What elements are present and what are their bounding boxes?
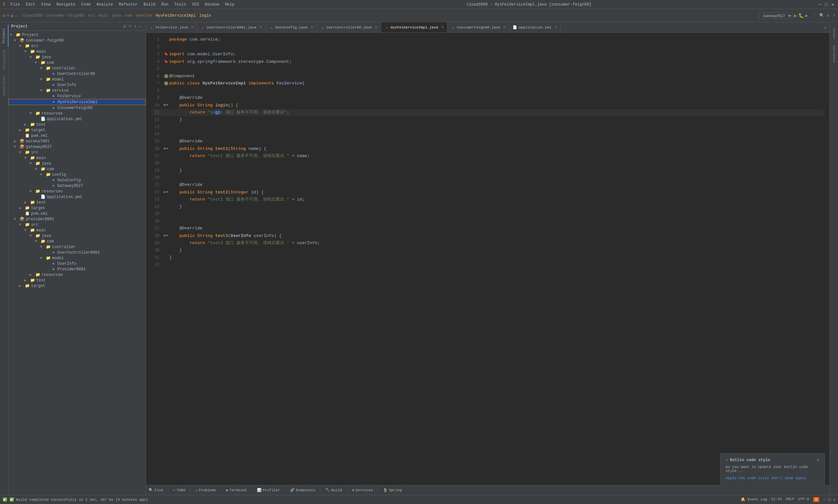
- build-tool[interactable]: 🔨 Build: [325, 488, 342, 492]
- tab-usercontroller8001[interactable]: ☕ UserController8001.java ×: [197, 22, 266, 32]
- maximize-button[interactable]: □: [824, 2, 829, 7]
- tree-item-consumer-feign80[interactable]: ▼ 📦 consumer-feign80: [8, 38, 146, 43]
- minimize-button[interactable]: ─: [817, 2, 822, 7]
- tree-item-userinfo1[interactable]: ▶ ● UserInfo: [8, 82, 146, 88]
- tree-item-usercontroller80[interactable]: ▶ ● UserController80: [8, 71, 146, 76]
- breadcrumb-com[interactable]: com: [125, 14, 132, 18]
- database-tab[interactable]: Database: [830, 42, 838, 66]
- encoding-indicator[interactable]: UTF-8: [798, 497, 809, 502]
- tab-feiservice[interactable]: ☕ FeiService.java ×: [146, 22, 197, 32]
- tab-close-uc8001[interactable]: ×: [259, 25, 262, 30]
- tab-hysfeiserviceimpl[interactable]: ☕ HysFeiServiceImpl.java ×: [381, 22, 447, 32]
- tree-item-test1[interactable]: ▶ 📁 test: [8, 122, 146, 127]
- toolbar-btn-collapse[interactable]: ▲: [11, 13, 14, 18]
- run-button[interactable]: ▶: [794, 13, 797, 19]
- tree-item-main-gw[interactable]: ▼ 📁 main: [8, 155, 146, 161]
- project-tab[interactable]: Project: [0, 25, 8, 47]
- menu-window[interactable]: Window: [202, 2, 221, 7]
- menu-vcs[interactable]: VCS: [189, 2, 202, 7]
- tree-item-gateway9527-cls[interactable]: ▶ ● Gateway9527: [8, 183, 146, 188]
- tree-item-application-gw[interactable]: ▶ 📄 application.yml: [8, 194, 146, 200]
- tree-item-main-prov[interactable]: ▼ 📁 main: [8, 228, 146, 233]
- panel-collapse-btn[interactable]: ≡: [128, 23, 132, 29]
- tree-item-project[interactable]: ▼ 📁 Project: [8, 32, 146, 38]
- tab-gateconfig[interactable]: ☕ GateConfig.java ×: [266, 22, 317, 32]
- tab-applicationyml[interactable]: 📄 application.yml ×: [509, 22, 560, 32]
- tree-item-com-prov[interactable]: ▼ 📁 com: [8, 238, 146, 244]
- tree-item-resources-gw[interactable]: ▼ 📁 resources: [8, 188, 146, 194]
- toolbar-more[interactable]: ⋮: [812, 13, 817, 18]
- tree-item-src-gw[interactable]: ▼ 📁 src: [8, 149, 146, 155]
- terminal-tool[interactable]: ▶ Terminal: [226, 488, 247, 492]
- endpoints-tool[interactable]: 🔗 Endpoints: [290, 488, 315, 492]
- tree-item-pom-gw[interactable]: ▶ 📋 pom.xml: [8, 211, 146, 216]
- breadcrumb-main[interactable]: main: [99, 14, 108, 18]
- toolbar-btn-close[interactable]: —: [15, 13, 17, 18]
- tree-item-pom1[interactable]: ▶ 📋 pom.xml: [8, 133, 146, 139]
- menu-build[interactable]: Build: [141, 2, 158, 7]
- toolbar-settings[interactable]: ⚙: [827, 13, 829, 18]
- tree-item-java-gw[interactable]: ▼ 📁 java: [8, 161, 146, 166]
- run-config-select[interactable]: Gateway9527: [759, 13, 792, 19]
- breadcrumb-method[interactable]: login: [199, 14, 211, 18]
- breadcrumb-src[interactable]: src: [88, 14, 95, 18]
- tree-item-com1[interactable]: ▼ 📁 com: [8, 60, 146, 66]
- problems-tool[interactable]: ⚠ Problems: [195, 488, 216, 492]
- dont-show-again-button[interactable]: Don't show again: [771, 476, 806, 480]
- tree-item-consumerfeign80[interactable]: ▶ ● ConsumerFeign80: [8, 105, 146, 111]
- menu-help[interactable]: Help: [222, 2, 237, 7]
- tree-item-main1[interactable]: ▼ 📁 main: [8, 49, 146, 54]
- tree-item-target1[interactable]: ▶ 📁 target: [8, 127, 146, 133]
- menu-navigate[interactable]: Navigate: [54, 2, 78, 7]
- tree-item-eureka7001[interactable]: ▶ 📦 eureka7001: [8, 139, 146, 144]
- breadcrumb-project[interactable]: cloud1009: [22, 14, 43, 18]
- menu-code[interactable]: Code: [78, 2, 93, 7]
- code-editor[interactable]: 1 package com.service; 2 3 🔖 impor: [146, 33, 830, 485]
- breadcrumb-file[interactable]: HysFeiServiceImpl: [156, 14, 195, 18]
- run-marker-28[interactable]: ▶: [164, 233, 166, 238]
- line-sep-indicator[interactable]: CRLF: [786, 497, 794, 502]
- close-button[interactable]: ✕: [830, 2, 835, 7]
- tab-close-uc80[interactable]: ×: [375, 25, 377, 30]
- tree-item-userinfo-prov[interactable]: ▶ ● UserInfo: [8, 261, 146, 266]
- tree-item-service1[interactable]: ▼ 📁 service: [8, 88, 146, 93]
- tree-item-src-prov[interactable]: ▼ 📁 src: [8, 222, 146, 228]
- tree-item-target-gw[interactable]: ▶ 📁 target: [8, 205, 146, 211]
- debug-button[interactable]: 🐛: [798, 13, 804, 18]
- tab-close-hfs[interactable]: ×: [441, 25, 444, 30]
- tab-close-yml[interactable]: ×: [554, 25, 557, 30]
- tree-item-resources1[interactable]: ▼ 📁 resources: [8, 111, 146, 116]
- apply-code-style-button[interactable]: Apply the code style: [726, 476, 769, 480]
- panel-close-btn[interactable]: —: [139, 23, 143, 29]
- spring-tool[interactable]: 🍃 Spring: [383, 488, 402, 492]
- tree-item-controller1[interactable]: ▼ 📁 controller: [8, 66, 146, 71]
- profiler-tool[interactable]: 📊 Profiler: [257, 488, 280, 492]
- tree-item-com-gw[interactable]: ▼ 📁 com: [8, 166, 146, 172]
- tab-consumerfeign80[interactable]: ☕ ConsumerFeign80.java ×: [447, 22, 509, 32]
- tree-item-config-gw[interactable]: ▼ 📁 config: [8, 172, 146, 177]
- event-log[interactable]: 🔔 Event Log: [741, 497, 767, 502]
- menu-analyze[interactable]: Analyze: [94, 2, 115, 7]
- fold-marker-16[interactable]: ▼: [166, 147, 168, 150]
- tree-item-test-gw[interactable]: ▶ 📁 test: [8, 200, 146, 205]
- toolbar-btn-sync[interactable]: ⚙: [3, 13, 5, 18]
- run-marker-22[interactable]: ▶: [164, 190, 166, 194]
- run-coverage-button[interactable]: ▶: [805, 13, 808, 18]
- tree-item-feiservice[interactable]: ▶ ● FeiService: [8, 93, 146, 99]
- breadcrumb-module[interactable]: consumer-feign80: [47, 14, 84, 18]
- tree-item-resources-prov[interactable]: ▶ 📁 resources: [8, 272, 146, 277]
- tree-item-provider8001-cls[interactable]: ▶ ● Provider8001: [8, 266, 146, 272]
- tree-item-gateway9527[interactable]: ▼ 📦 gateway9527: [8, 144, 146, 149]
- panel-expand-btn[interactable]: ⬆: [133, 23, 138, 29]
- search-tool[interactable]: 🔍 Find: [149, 488, 163, 492]
- tree-item-test-prov[interactable]: ▶ 📁 test: [8, 277, 146, 283]
- tab-close-gateconfig[interactable]: ×: [311, 25, 313, 30]
- maven-tab[interactable]: Maven: [830, 25, 838, 42]
- menu-file[interactable]: File: [8, 2, 22, 7]
- menu-view[interactable]: View: [38, 2, 53, 7]
- favorites-tab[interactable]: Favorites: [0, 73, 8, 98]
- toolbar-btn-config[interactable]: ≡: [6, 13, 9, 18]
- structure-tab[interactable]: Structure: [0, 47, 8, 72]
- fold-marker-10[interactable]: ▼: [166, 104, 168, 107]
- run-marker-10[interactable]: ▶: [164, 103, 166, 107]
